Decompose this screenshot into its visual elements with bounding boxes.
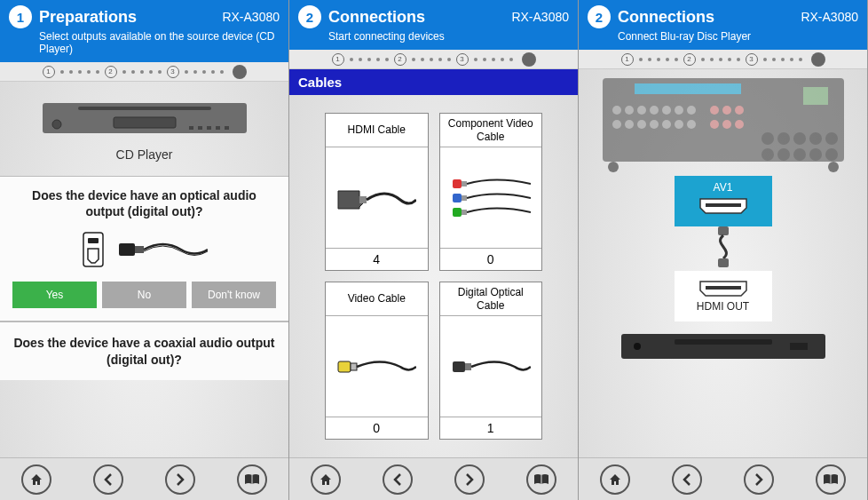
svg-point-35 xyxy=(612,120,621,129)
panel-connections-cables: 2 Connections RX-A3080 Start connecting … xyxy=(289,0,579,500)
prev-button[interactable] xyxy=(383,464,413,495)
home-button[interactable] xyxy=(311,464,341,495)
svg-rect-4 xyxy=(189,126,193,130)
stepper-node: 1 xyxy=(621,53,634,66)
svg-point-42 xyxy=(710,106,719,115)
svg-rect-17 xyxy=(453,194,462,202)
port-av1-box: AV1 xyxy=(675,176,772,226)
svg-rect-6 xyxy=(207,126,211,130)
header-title: Connections xyxy=(618,8,714,27)
cable-name: HDMI Cable xyxy=(326,114,428,147)
book-icon xyxy=(823,473,839,486)
header-title: Connections xyxy=(328,8,425,27)
svg-rect-22 xyxy=(351,363,357,370)
cd-player-icon xyxy=(43,96,247,139)
prev-button[interactable] xyxy=(672,464,702,495)
device-illustration-block: CD Player xyxy=(0,82,288,171)
prev-button[interactable] xyxy=(93,464,123,495)
step-number-badge: 1 xyxy=(9,5,32,28)
cable-name: Video Cable xyxy=(326,282,428,316)
svg-point-41 xyxy=(687,120,696,129)
svg-point-44 xyxy=(735,106,744,115)
cable-card-component[interactable]: Component Video Cable 0 xyxy=(439,113,543,271)
svg-point-45 xyxy=(710,120,719,129)
panel-preparations: 1 Preparations RX-A3080 Select outputs a… xyxy=(0,0,289,500)
yes-button[interactable]: Yes xyxy=(12,282,97,308)
progress-stepper: 1 2 3 xyxy=(289,50,578,69)
cable-count: 0 xyxy=(326,417,428,439)
header: 2 Connections RX-A3080 Start connecting … xyxy=(289,0,578,50)
home-button[interactable] xyxy=(21,464,51,495)
bluray-player-icon xyxy=(621,329,825,364)
chevron-right-icon xyxy=(754,473,764,486)
cable-count: 1 xyxy=(440,417,542,439)
svg-point-60 xyxy=(828,162,839,172)
svg-point-34 xyxy=(687,106,696,115)
svg-point-28 xyxy=(612,106,621,115)
svg-point-40 xyxy=(675,120,683,129)
footer-nav xyxy=(579,457,867,500)
next-button[interactable] xyxy=(165,464,195,495)
optical-cable-icon xyxy=(451,353,531,380)
footer-nav xyxy=(0,457,288,500)
stepper-node: 2 xyxy=(105,66,117,78)
stepper-node: 3 xyxy=(456,53,469,66)
svg-rect-18 xyxy=(462,195,467,201)
svg-rect-66 xyxy=(675,339,772,345)
no-button[interactable]: No xyxy=(102,282,186,308)
stepper-end-icon xyxy=(233,65,247,79)
guide-button[interactable] xyxy=(816,464,846,495)
svg-point-48 xyxy=(761,132,774,145)
receiver-rear-icon xyxy=(599,75,848,172)
svg-point-50 xyxy=(793,132,806,145)
svg-rect-5 xyxy=(198,126,202,130)
hdmi-port-icon xyxy=(698,197,748,215)
stepper-end-icon xyxy=(522,52,536,67)
question-text: Does the device have an optical audio ou… xyxy=(12,187,276,219)
connection-diagram: AV1 HDMI OUT xyxy=(579,69,867,457)
component-cable-icon xyxy=(451,176,531,220)
cable-card-hdmi[interactable]: HDMI Cable 4 xyxy=(325,113,429,271)
footer-nav xyxy=(289,457,578,500)
svg-rect-68 xyxy=(790,343,808,350)
next-button[interactable] xyxy=(744,464,774,495)
stepper-node: 2 xyxy=(394,53,406,66)
svg-point-29 xyxy=(625,106,634,115)
svg-rect-64 xyxy=(706,286,741,290)
svg-point-38 xyxy=(650,120,659,129)
header: 1 Preparations RX-A3080 Select outputs a… xyxy=(0,0,288,62)
home-icon xyxy=(319,472,333,487)
hdmi-cable-link-icon xyxy=(706,226,741,267)
svg-point-52 xyxy=(825,132,838,145)
svg-point-67 xyxy=(634,343,641,350)
section-title: Cables xyxy=(289,69,578,95)
progress-stepper: 1 2 3 xyxy=(0,62,288,82)
header-title: Preparations xyxy=(39,8,137,27)
hdmi-cable-icon xyxy=(336,180,416,216)
guide-button[interactable] xyxy=(237,464,267,495)
svg-point-30 xyxy=(637,106,646,115)
panel-connections-diagram: 2 Connections RX-A3080 Connect Blu-ray D… xyxy=(579,0,868,500)
guide-button[interactable] xyxy=(526,464,556,495)
next-button[interactable] xyxy=(454,464,485,495)
port-av1-label: AV1 xyxy=(675,181,772,194)
svg-rect-15 xyxy=(453,179,462,188)
book-icon xyxy=(244,473,260,486)
video-cable-icon xyxy=(336,353,416,380)
home-icon xyxy=(29,472,43,487)
svg-point-47 xyxy=(735,120,744,129)
svg-point-36 xyxy=(625,120,634,129)
svg-rect-11 xyxy=(119,243,135,256)
model-label: RX-A3080 xyxy=(511,10,569,24)
chevron-left-icon xyxy=(682,473,692,486)
hdmi-port-icon xyxy=(698,280,748,298)
cable-card-video[interactable]: Video Cable 0 xyxy=(325,282,429,440)
home-button[interactable] xyxy=(600,464,630,495)
svg-point-59 xyxy=(608,162,619,172)
header-subtitle: Start connecting devices xyxy=(328,30,569,43)
dont-know-button[interactable]: Don't know xyxy=(192,282,276,308)
header-subtitle: Select outputs available on the source d… xyxy=(39,30,280,55)
stepper-node: 3 xyxy=(167,66,179,78)
book-icon xyxy=(533,473,549,486)
cable-card-optical[interactable]: Digital Optical Cable 1 xyxy=(439,282,543,440)
